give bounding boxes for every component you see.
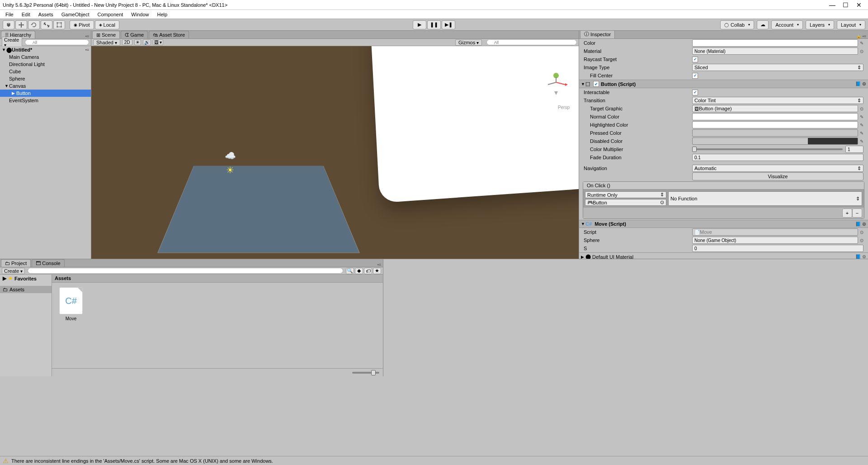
raycast-checkbox[interactable]: ✔	[692, 57, 698, 62]
project-search[interactable]	[28, 268, 343, 274]
tree-main-camera[interactable]: Main Camera	[0, 53, 91, 61]
target-icon[interactable]: ⊙	[860, 106, 863, 111]
menu-help[interactable]: Help	[153, 11, 171, 18]
scene-viewport[interactable]: ☁️ ☀ Persp	[91, 46, 579, 259]
target-icon[interactable]: ⊙	[860, 49, 863, 54]
project-tab[interactable]: 🗀Project	[1, 259, 31, 267]
status-bar[interactable]: ⚠ There are inconsistent line endings in…	[0, 456, 868, 465]
project-create[interactable]: Create ▾	[2, 268, 25, 274]
remove-event-button[interactable]: −	[852, 209, 862, 218]
fillcenter-checkbox[interactable]: ✔	[692, 73, 698, 79]
interactable-checkbox[interactable]: ✔	[692, 90, 698, 95]
menu-component[interactable]: Component	[94, 11, 127, 18]
layout-dropdown[interactable]: Layout	[837, 20, 865, 29]
colormult-value[interactable]: 1	[845, 146, 863, 153]
panel-menu-icon[interactable]: ▪≡	[85, 34, 89, 38]
gear-icon[interactable]: 📘 ⚙	[855, 81, 866, 86]
tree-button[interactable]: ▶Button	[0, 90, 91, 97]
highlightedcolor-field[interactable]	[692, 121, 858, 128]
hand-tool[interactable]	[3, 20, 14, 29]
runtime-dropdown[interactable]: Runtime Only⇕	[585, 191, 666, 198]
2d-toggle[interactable]: 2D	[122, 39, 132, 45]
disabledcolor-field[interactable]	[692, 138, 858, 145]
maximize-button[interactable]: ☐	[843, 2, 848, 8]
menu-window[interactable]: Window	[127, 11, 152, 18]
tree-cube[interactable]: Cube	[0, 68, 91, 75]
eyedropper-icon[interactable]: ✎	[860, 41, 863, 46]
hierarchy-search[interactable]	[25, 39, 89, 45]
zoom-slider[interactable]	[352, 372, 379, 374]
scene-root[interactable]: ▼⬤ Untitled*▪≡	[0, 46, 91, 53]
menu-edit[interactable]: Edit	[18, 11, 34, 18]
tree-canvas[interactable]: ▼Canvas	[0, 82, 91, 90]
inspector-tab[interactable]: ⓘInspector	[580, 31, 615, 38]
normalcolor-field[interactable]	[692, 113, 858, 120]
orientation-gizmo[interactable]	[542, 69, 570, 96]
assets-folder[interactable]: 🗀 Assets	[0, 286, 52, 293]
gear-icon[interactable]: 📘 ⚙	[855, 222, 866, 227]
targetgraphic-field[interactable]: 🖼 Button (Image)	[692, 105, 858, 112]
scene-tab[interactable]: ⊞Scene	[92, 31, 120, 38]
rotate-tool[interactable]	[28, 20, 40, 29]
imagetype-dropdown[interactable]: Sliced⇕	[692, 64, 863, 71]
panel-menu-icon[interactable]: ▪≡	[377, 262, 381, 267]
navigation-dropdown[interactable]: Automatic⇕	[692, 165, 863, 172]
move-component-header[interactable]: ▼C# Move (Script) 📘 ⚙	[579, 220, 868, 228]
search-filter-icon[interactable]: 🔍	[346, 268, 354, 274]
scale-tool[interactable]	[41, 20, 52, 29]
game-tab[interactable]: ᗧGame	[121, 31, 148, 38]
audio-toggle[interactable]: 🔊	[143, 39, 151, 45]
eyedropper-icon[interactable]: ✎	[860, 114, 863, 119]
color-field[interactable]	[692, 39, 858, 47]
collab-dropdown[interactable]: ◯Collab	[720, 20, 754, 29]
move-sphere-field[interactable]: None (Game Object)	[692, 237, 858, 244]
tree-eventsystem[interactable]: EventSystem	[0, 97, 91, 104]
default-material-header[interactable]: ▶⬤ Default UI Material 📘 ⚙	[579, 252, 868, 259]
tree-sphere[interactable]: Sphere	[0, 75, 91, 82]
eyedropper-icon[interactable]: ✎	[860, 131, 863, 136]
asset-move-script[interactable]: C# Move	[57, 287, 85, 364]
menu-gameobject[interactable]: GameObject	[58, 11, 93, 18]
menu-assets[interactable]: Assets	[35, 11, 57, 18]
move-tool[interactable]	[15, 20, 27, 29]
move-s-field[interactable]: 0	[692, 245, 863, 252]
onclick-object-field[interactable]: 🎮Button⊙	[585, 199, 666, 206]
cloud-button[interactable]: ☁	[757, 20, 769, 29]
shaded-dropdown[interactable]: Shaded ▾	[93, 39, 120, 46]
close-button[interactable]: ✕	[856, 2, 862, 8]
breadcrumb[interactable]: Assets	[52, 275, 383, 283]
gizmos-dropdown[interactable]: Gizmos ▾	[455, 39, 482, 46]
favorites-header[interactable]: ▶ ★ Favorites	[0, 275, 52, 282]
material-field[interactable]: None (Material)	[692, 47, 858, 55]
rect-tool[interactable]	[53, 20, 65, 29]
visualize-button[interactable]: Visualize	[692, 172, 863, 180]
minimize-button[interactable]: —	[829, 2, 835, 8]
lighting-toggle[interactable]: ☀	[134, 39, 141, 45]
target-icon[interactable]: ⊙	[860, 238, 863, 243]
fade-field[interactable]: 0.1	[692, 154, 863, 161]
tree-directional-light[interactable]: Directional Light	[0, 61, 91, 68]
step-button[interactable]: ▶❚	[442, 20, 455, 29]
scene-search[interactable]	[486, 39, 577, 45]
target-icon[interactable]: ⊙	[860, 230, 863, 235]
filter-type-icon[interactable]: ◆	[355, 268, 363, 274]
transition-dropdown[interactable]: Color Tint⇕	[692, 97, 863, 104]
colormult-slider[interactable]	[692, 148, 843, 150]
eyedropper-icon[interactable]: ✎	[860, 123, 863, 128]
favorite-save-icon[interactable]: ★	[373, 268, 381, 274]
pivot-toggle[interactable]: ◉ Pivot	[70, 20, 94, 29]
pressedcolor-field[interactable]	[692, 129, 858, 137]
button-component-header[interactable]: ▼⬚ ✔Button (Script) 📘 ⚙	[579, 80, 868, 88]
eyedropper-icon[interactable]: ✎	[860, 139, 863, 144]
play-button[interactable]: ▶	[413, 20, 426, 29]
filter-label-icon[interactable]: 🏷	[364, 268, 372, 274]
layers-dropdown[interactable]: Layers	[806, 20, 834, 29]
menu-file[interactable]: File	[2, 11, 17, 18]
gear-icon[interactable]: 📘 ⚙	[855, 254, 866, 259]
asset-store-tab[interactable]: 🛍Asset Store	[149, 31, 189, 38]
account-dropdown[interactable]: Account	[771, 20, 803, 29]
local-toggle[interactable]: ◈ Local	[95, 20, 119, 29]
inspector-menu-icon[interactable]: 🔒 ▪≡	[856, 34, 866, 38]
fx-toggle[interactable]: 🖼 ▾	[153, 39, 164, 45]
pause-button[interactable]: ❚❚	[427, 20, 441, 29]
